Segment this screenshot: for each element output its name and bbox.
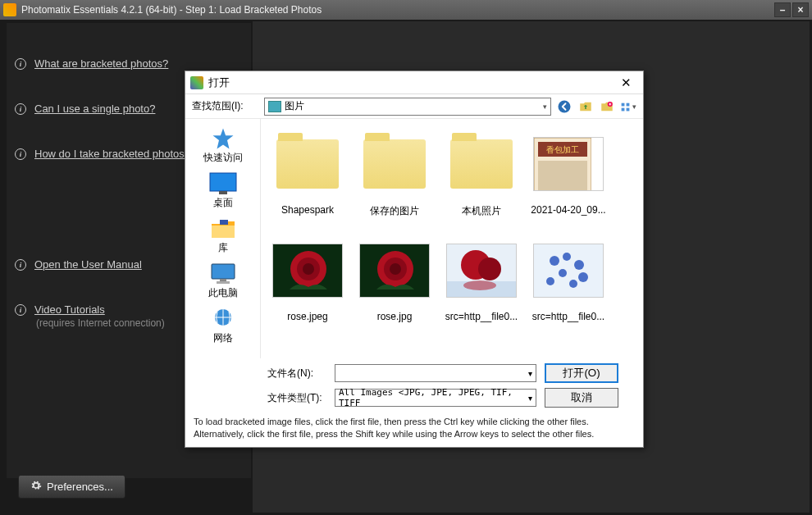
place-label: 此电脑 (208, 286, 238, 300)
gear-icon (30, 480, 42, 494)
help-link-label[interactable]: Can I use a single photo? (34, 103, 155, 115)
file-name-label: Shapespark (281, 204, 334, 216)
svg-rect-3 (627, 103, 630, 106)
image-item[interactable]: src=http__file0... (438, 232, 525, 339)
info-icon: i (15, 148, 26, 160)
svg-rect-4 (622, 107, 625, 111)
svg-point-31 (463, 280, 496, 290)
help-link-label[interactable]: How do I take bracketed photos? (34, 148, 190, 160)
info-icon: i (15, 259, 26, 271)
svg-point-37 (578, 272, 588, 282)
file-name-label: rose.jpg (377, 311, 413, 322)
place-label: 桌面 (213, 196, 233, 210)
info-icon: i (15, 304, 26, 316)
chevron-down-icon: ▾ (528, 394, 532, 403)
chevron-down-icon: ▾ (528, 369, 532, 378)
image-item[interactable]: rose.jpeg (264, 232, 351, 339)
image-thumbnail: 香包加工 (533, 129, 604, 199)
svg-rect-32 (534, 244, 604, 298)
place-network[interactable]: 网络 (190, 304, 256, 348)
dialog-toolbar: 查找范围(I): 图片 ▾ ▾ (185, 94, 643, 119)
thispc-icon (209, 262, 237, 286)
places-bar: 快速访问 桌面 库 此电脑 网络 (185, 119, 261, 358)
folder-icon (272, 129, 343, 199)
desktop-icon (209, 171, 237, 196)
file-list-area[interactable]: Shapespark保存的图片本机照片香包加工2021-04-20_09...r… (261, 119, 643, 358)
svg-point-36 (559, 269, 567, 277)
place-desktop[interactable]: 桌面 (190, 169, 256, 212)
svg-rect-9 (220, 220, 228, 225)
help-link-label[interactable]: Video Tutorials (34, 303, 105, 316)
svg-rect-17 (538, 161, 587, 191)
place-thispc[interactable]: 此电脑 (190, 259, 256, 303)
location-combo[interactable]: 图片 ▾ (264, 98, 551, 116)
folder-item[interactable]: 本机照片 (438, 125, 525, 232)
minimize-button[interactable]: – (774, 2, 791, 17)
up-one-level-button[interactable] (577, 98, 594, 115)
location-text: 图片 (285, 99, 540, 113)
image-item[interactable]: src=http__file0... (525, 232, 612, 339)
open-button[interactable]: 打开(O) (545, 363, 618, 383)
svg-rect-5 (627, 107, 630, 111)
svg-rect-11 (220, 279, 226, 281)
help-link-label[interactable]: Open the User Manual (34, 258, 142, 271)
dialog-hint: To load bracketed image files, click the… (185, 412, 643, 447)
file-name-label: 保存的图片 (370, 204, 419, 218)
svg-point-35 (574, 260, 584, 270)
folder-item[interactable]: Shapespark (264, 125, 351, 232)
place-label: 网络 (213, 331, 233, 345)
svg-point-0 (559, 100, 571, 112)
image-item[interactable]: rose.jpg (351, 232, 438, 339)
dialog-close-button[interactable]: ✕ (614, 74, 638, 92)
svg-point-39 (569, 280, 577, 288)
cancel-button[interactable]: 取消 (545, 388, 618, 408)
hint-line-2: Alternatively, click the first file, pre… (194, 428, 635, 440)
image-item[interactable]: 香包加工2021-04-20_09... (525, 125, 612, 232)
pictures-folder-icon (268, 101, 281, 112)
place-quickaccess[interactable]: 快速访问 (190, 124, 256, 167)
quickaccess-icon (209, 126, 237, 151)
preferences-button[interactable]: Preferences... (18, 475, 125, 499)
place-label: 快速访问 (203, 151, 243, 165)
filetype-select[interactable]: All Images <JPG, JPE, JPEG, TIF, TIFF ▾ (335, 389, 536, 407)
help-link-bracketed[interactable]: i What are bracketed photos? (15, 57, 243, 70)
image-thumbnail (272, 235, 343, 306)
file-name-label: src=http__file0... (532, 311, 604, 322)
app-icon (3, 3, 16, 16)
new-folder-button[interactable] (599, 98, 615, 115)
chevron-down-icon: ▾ (543, 103, 547, 111)
view-menu-button[interactable]: ▾ (620, 98, 636, 115)
file-name-label: 2021-04-20_09... (531, 204, 605, 216)
lookin-label: 查找范围(I): (192, 99, 259, 113)
folder-item[interactable]: 保存的图片 (351, 125, 438, 232)
svg-rect-8 (212, 226, 235, 238)
filetype-label: 文件类型(T): (267, 391, 326, 405)
place-label: 库 (218, 241, 228, 255)
place-libraries[interactable]: 库 (190, 214, 256, 258)
help-link-label[interactable]: What are bracketed photos? (34, 57, 168, 70)
filename-input[interactable]: ▾ (335, 364, 536, 382)
dialog-footer: 文件名(N): ▾ 打开(O) 文件类型(T): All Images <JPG… (185, 358, 643, 412)
image-thumbnail (533, 235, 604, 306)
filetype-value: All Images <JPG, JPE, JPEG, TIF, TIFF (339, 387, 528, 408)
file-name-label: rose.jpeg (287, 311, 327, 322)
info-icon: i (15, 58, 26, 70)
svg-rect-12 (217, 281, 230, 284)
info-icon: i (15, 103, 26, 115)
svg-point-33 (550, 256, 559, 266)
svg-rect-2 (622, 103, 625, 106)
image-thumbnail (446, 235, 517, 306)
svg-text:香包加工: 香包加工 (546, 145, 579, 154)
preferences-label: Preferences... (47, 481, 113, 493)
file-name-label: 本机照片 (462, 204, 501, 218)
close-button[interactable]: × (792, 2, 809, 17)
svg-point-22 (303, 263, 314, 275)
image-thumbnail (359, 235, 430, 306)
svg-point-34 (563, 253, 571, 261)
dialog-titlebar: 打开 ✕ (185, 71, 643, 94)
network-icon (209, 307, 237, 331)
back-button[interactable] (556, 98, 573, 115)
folder-icon (359, 129, 430, 199)
window-title: Photomatix Essentials 4.2.1 (64-bit) - S… (21, 4, 773, 16)
dialog-app-icon (190, 76, 203, 89)
